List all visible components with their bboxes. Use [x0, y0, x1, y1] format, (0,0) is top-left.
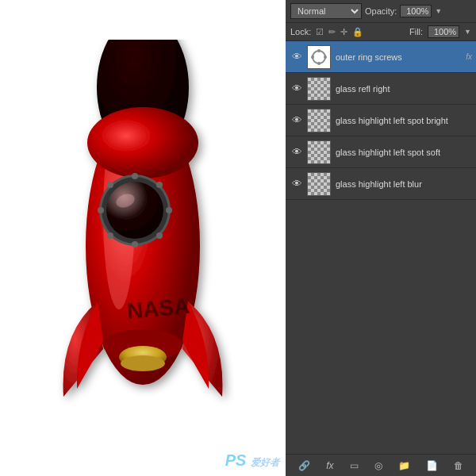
trash-icon[interactable]: 🗑 — [454, 460, 463, 471]
svg-point-22 — [317, 49, 321, 52]
svg-point-19 — [121, 355, 165, 371]
opacity-input[interactable] — [400, 5, 432, 17]
layer-item[interactable]: 👁 glass highlight left spot soft — [286, 136, 476, 168]
lock-check-icon[interactable]: ☑ — [316, 27, 324, 37]
layer-visibility-icon[interactable]: 👁 — [290, 145, 304, 159]
lock-brush-icon[interactable]: ✏ — [328, 27, 336, 37]
ps-watermark: PS 爱好者 — [225, 451, 279, 470]
blend-mode-select[interactable]: Normal — [290, 3, 362, 19]
svg-point-13 — [156, 232, 163, 239]
fill-arrow-icon: ▼ — [464, 28, 471, 36]
fill-label: Fill: — [409, 27, 423, 36]
ps-subtitle: 爱好者 — [251, 457, 279, 468]
lock-move-icon[interactable]: ✛ — [340, 27, 347, 37]
layers-list[interactable]: 👁 outer ring screws fx 👁 glass refl righ… — [286, 41, 476, 454]
svg-point-15 — [106, 182, 163, 239]
svg-point-9 — [166, 207, 172, 213]
svg-point-25 — [324, 56, 327, 59]
panel-top-bar: Normal Opacity: ▼ — [286, 0, 476, 23]
folder-icon[interactable]: 📁 — [398, 460, 410, 471]
lock-label: Lock: — [290, 27, 311, 36]
svg-point-21 — [313, 51, 325, 63]
svg-point-10 — [107, 182, 113, 188]
svg-point-3 — [87, 107, 198, 178]
svg-point-6 — [132, 173, 138, 179]
opacity-label: Opacity: — [365, 6, 397, 16]
fx-icon[interactable]: fx — [326, 460, 333, 471]
photoshop-layers-panel: Normal Opacity: ▼ Lock: ☑ ✏ ✛ 🔒 Fill: ▼ … — [286, 0, 476, 476]
fill-input[interactable] — [428, 25, 459, 38]
layer-visibility-icon[interactable]: 👁 — [290, 82, 304, 96]
rocket-illustration: NASA — [52, 40, 234, 436]
lock-all-icon[interactable]: 🔒 — [352, 27, 363, 37]
layer-thumbnail — [307, 140, 331, 164]
layer-item[interactable]: 👁 glass refl right — [286, 73, 476, 105]
layer-name: glass refl right — [336, 84, 472, 94]
svg-point-12 — [107, 232, 113, 239]
layer-item[interactable]: 👁 glass highlight left blur — [286, 168, 476, 200]
layer-thumbnail — [307, 109, 331, 132]
panel-bottom-bar: 🔗 fx ▭ ◎ 📁 📄 🗑 — [286, 454, 476, 476]
layer-item[interactable]: 👁 glass highlight left spot bright — [286, 105, 476, 136]
canvas-area: NASA PS 爱好者 — [0, 0, 286, 476]
new-layer-icon[interactable]: 📄 — [426, 460, 438, 471]
layer-name: glass highlight left spot bright — [336, 116, 472, 125]
mask-icon[interactable]: ▭ — [350, 460, 359, 471]
adjustment-icon[interactable]: ◎ — [374, 460, 382, 471]
layer-name: outer ring screws — [336, 52, 463, 62]
layer-fx-badge: fx — [466, 52, 472, 61]
layer-thumbnail — [307, 45, 331, 69]
opacity-arrow-icon: ▼ — [435, 7, 442, 15]
layer-item[interactable]: 👁 outer ring screws fx — [286, 41, 476, 73]
svg-point-23 — [317, 62, 321, 65]
panel-second-bar: Lock: ☑ ✏ ✛ 🔒 Fill: ▼ — [286, 23, 476, 41]
layer-name: glass highlight left blur — [336, 179, 472, 189]
svg-point-8 — [98, 207, 104, 213]
svg-point-11 — [156, 182, 163, 188]
layer-name: glass highlight left spot soft — [336, 148, 472, 157]
svg-point-24 — [311, 56, 314, 59]
svg-point-7 — [132, 241, 138, 248]
layer-visibility-icon[interactable]: 👁 — [290, 113, 304, 128]
link-icon[interactable]: 🔗 — [298, 460, 310, 471]
layer-thumbnail — [307, 77, 331, 101]
layer-visibility-icon[interactable]: 👁 — [290, 177, 304, 191]
layer-thumbnail — [307, 172, 331, 196]
layer-visibility-icon[interactable]: 👁 — [290, 50, 304, 64]
ps-text: PS — [225, 451, 247, 469]
